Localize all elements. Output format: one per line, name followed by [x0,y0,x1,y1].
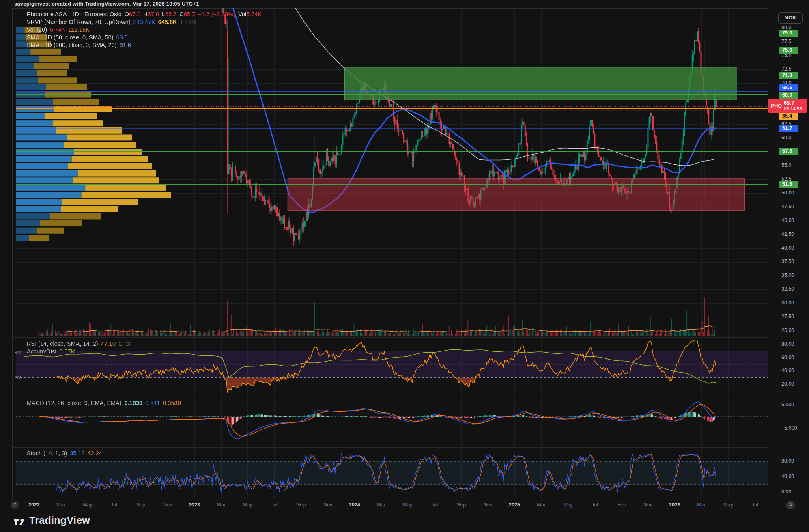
price-axis-tick: 77.5 [781,39,791,44]
legend-macd-row[interactable]: MACD (12, 26, close, 9, EMA, EMA)0.18300… [27,399,181,407]
tradingview-logo-icon[interactable] [13,515,27,528]
time-axis-label: Jul [271,502,278,508]
rsi-axis-tick: 40.00 [781,368,794,373]
open-value: 67.0 [129,11,140,17]
time-axis-label: Nov [163,502,172,508]
rsi-value: 47.10 [101,340,116,347]
currency-toggle-button[interactable]: NOK [778,12,803,24]
pane-separator-rsi[interactable] [12,337,768,338]
adjust-button[interactable]: A [786,501,795,509]
last-price-badge: PHO 65.7 06:14:58 [768,99,807,113]
time-axis-label: Jul [431,502,438,508]
price-axis-tick: 45.00 [781,218,794,223]
time-axis-label: Jul [592,502,598,508]
vol-title[interactable]: Vol (20) [27,26,47,33]
legend-vrvp-row[interactable]: VRVP (Number Of Rows, 70, Up/Down)813.47… [27,18,262,26]
macd-axis-tick: 5.000 [781,402,794,407]
vrvp-up-value: 813.47K [133,19,155,25]
price-axis-tick: 60.0 [781,135,791,140]
rsi-axis-tick: 20.00 [781,381,794,387]
macd-line-value: 0.541 [145,400,160,406]
pane-separator-macd[interactable] [12,394,768,394]
attribution-text: savepiginvest created with TradingView.c… [14,1,199,7]
close-value: 65.7 [184,11,195,17]
time-axis-label: Mar [537,502,546,508]
time-axis-label: 2024 [349,502,360,508]
pane-separator-stoch[interactable] [12,447,768,448]
legend-stoch-row[interactable]: Stoch (14, 1, 3)35.1242.24 [27,450,102,457]
price-level-badge: 75.9 [779,47,798,54]
time-axis-label: Nov [643,502,652,508]
stoch-legend: Stoch (14, 1, 3)35.1242.24 [27,450,102,457]
price-level-badge: 65.4 [779,113,798,120]
legend-symbol-row[interactable]: Photocure ASA · 1D · Euronext OsloO67.0H… [27,11,262,18]
accdist-value: 5.57M [59,348,75,355]
low-label: L [162,11,165,17]
time-axis-label: 2023 [189,502,200,508]
rsi-title[interactable]: RSI (14, close, SMA, 14, 2) [27,340,98,347]
stoch-d-value: 42.24 [87,450,102,457]
rsi-extra-plots: ∅ ∅ [118,340,130,347]
price-axis-tick: 72.5 [781,66,791,72]
rsi-legend: RSI (14, close, SMA, 14, 2)47.10∅ ∅ Accu… [27,340,130,355]
ticker-label: PHO [768,103,784,109]
stoch-axis-tick: 0.00 [781,489,791,495]
macd-legend: MACD (12, 26, close, 9, EMA, EMA)0.18300… [27,399,181,407]
sma200-title[interactable]: SMA · 1D (200, close, 0, SMA, 20) [27,42,117,48]
legend-rsi-row[interactable]: RSI (14, close, SMA, 14, 2)47.10∅ ∅ [27,340,130,348]
price-axis-tick: 55.0 [781,162,791,168]
time-axis-label: Mar [697,502,706,508]
time-axis-label: Mar [217,502,226,508]
close-label: C [179,11,183,17]
price-level-badge: 57.6 [779,148,798,155]
sma50-title[interactable]: SMA · 1D (50, close, 0, SMA, 50) [27,34,114,41]
vol-ma-value: 112.16K [68,26,90,33]
accdist-title[interactable]: Accum/Dist [27,348,56,355]
timezone-button[interactable]: Z [11,501,19,509]
vol-value: 5.74K [246,11,262,17]
symbol-title[interactable]: Photocure ASA · 1D · Euronext Oslo [27,11,122,17]
stoch-axis-tick: 40.00 [781,474,794,479]
rsi-axis-tick: 60.00 [781,355,794,360]
price-level-badge: 68.5 [779,84,798,91]
price-level-badge: 61.7 [779,125,798,132]
time-axis-label: May [83,502,93,508]
time-axis-label: 2022 [28,502,40,508]
time-axis-label: May [243,502,252,508]
price-axis-tick: 27.50 [781,314,794,319]
chart-border-left [12,8,13,510]
tradingview-logo-text[interactable]: TradingView [29,515,90,526]
stoch-title[interactable]: Stoch (14, 1, 3) [27,450,67,457]
price-axis-tick: 40.00 [781,245,794,251]
legend-accdist-row[interactable]: Accum/Dist5.57M [27,348,130,355]
price-level-badge: 79.0 [779,30,798,37]
macd-title[interactable]: MACD (12, 26, close, 9, EMA, EMA) [27,400,122,406]
vrvp-down-value: 645.8K [158,19,177,25]
attribution-bar: savepiginvest created with TradingView.c… [0,0,809,8]
time-axis-label: Jul [111,502,117,508]
low-value: 65.7 [165,11,176,17]
legend-vol-row[interactable]: Vol (20)5.74K112.16K [27,26,262,34]
time-axis-label: Mar [56,502,65,508]
price-axis-tick: 25.00 [781,327,794,333]
price-axis-tick: 35.00 [781,272,794,278]
vol-current: 5.74K [50,26,65,33]
time-axis-label: Nov [323,502,332,508]
time-axis-label: Sep [297,502,306,508]
price-level-badge: 51.6 [779,181,798,188]
bar-countdown: 06:14:58 [784,106,802,112]
stoch-pane-canvas[interactable] [16,448,768,499]
price-level-badge: 68.0 [779,92,798,99]
time-axis-label: Sep [136,502,145,508]
macd-signal-value: 0.3580 [163,400,181,406]
price-chart-canvas[interactable] [16,8,768,337]
legend-sma50-row[interactable]: SMA · 1D (50, close, 0, SMA, 50)68.5 [27,34,262,41]
time-axis-label: Jul [752,502,758,508]
macd-axis-tick: −5.000 [781,425,797,431]
legend-sma200-row[interactable]: SMA · 1D (200, close, 0, SMA, 20)61.6 [27,41,262,49]
change-value: −1.6 (−2.38%) [198,11,235,17]
rsi-axis-tick: 80.00 [781,341,794,347]
price-axis-tick: 32.50 [781,286,794,292]
sma200-value: 61.6 [120,42,131,48]
vrvp-title[interactable]: VRVP (Number Of Rows, 70, Up/Down) [27,19,131,25]
